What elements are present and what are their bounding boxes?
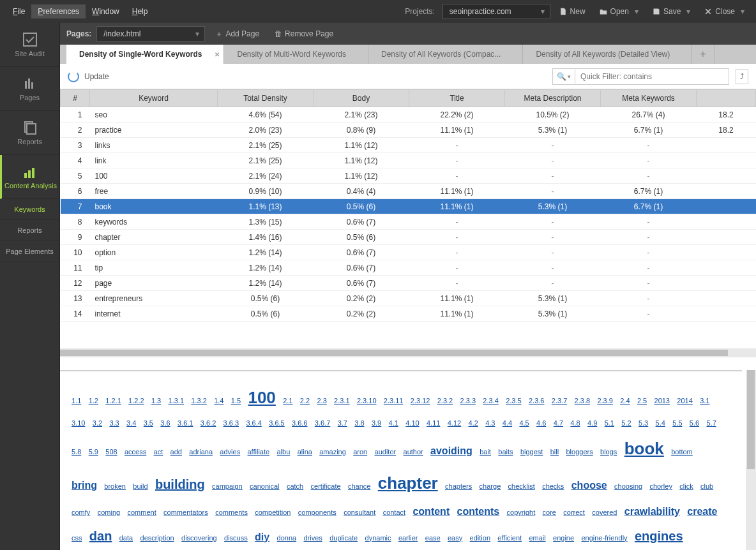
menu-preferences[interactable]: Preferences: [31, 4, 86, 19]
cloud-word[interactable]: content: [412, 501, 450, 523]
table-row[interactable]: 51002.1% (24)1.1% (12)---: [61, 168, 756, 184]
cloud-word[interactable]: engine-friendly: [581, 531, 627, 546]
table-row[interactable]: 11tip1.2% (14)0.6% (7)---: [61, 260, 756, 276]
cloud-word[interactable]: 3.9: [372, 416, 381, 431]
cloud-word[interactable]: comfy: [72, 505, 90, 520]
remove-page-button[interactable]: 🗑Remove Page: [269, 27, 338, 41]
cloud-word[interactable]: adriana: [189, 445, 213, 459]
cloud-word[interactable]: checklist: [508, 479, 535, 494]
cloud-word[interactable]: auditor: [375, 445, 397, 459]
cloud-word[interactable]: 4.11: [427, 416, 440, 431]
cloud-word[interactable]: 3.6.4: [246, 416, 261, 431]
cloud-word[interactable]: earlier: [398, 531, 418, 546]
cloud-word[interactable]: 1.2: [89, 394, 98, 408]
menu-help[interactable]: Help: [126, 4, 155, 19]
col-keyword[interactable]: Keyword: [90, 90, 218, 107]
cloud-word[interactable]: engines: [635, 523, 683, 549]
cloud-word[interactable]: 4.2: [469, 416, 478, 431]
cloud-word[interactable]: ease: [425, 531, 441, 546]
col-total-density[interactable]: Total Density: [218, 90, 314, 107]
cloud-word[interactable]: book: [624, 431, 664, 466]
cloud-word[interactable]: 4.12: [448, 416, 461, 431]
cloud-word[interactable]: 3.1: [700, 394, 709, 408]
cloud-word[interactable]: campaign: [212, 479, 243, 494]
tab-close-icon[interactable]: ✕: [215, 51, 220, 58]
quick-filter-input[interactable]: [575, 69, 729, 84]
cloud-word[interactable]: crawlability: [624, 501, 680, 523]
table-row[interactable]: 14internet0.5% (6)0.2% (2)11.1% (1)5.3% …: [61, 306, 756, 322]
cloud-word[interactable]: dynamic: [365, 531, 391, 546]
cloud-word[interactable]: 508: [105, 445, 117, 459]
cloud-word[interactable]: alina: [298, 445, 312, 459]
col-body[interactable]: Body: [314, 90, 409, 107]
cloud-word[interactable]: 2.3.7: [552, 394, 567, 408]
cloud-word[interactable]: covered: [592, 505, 617, 520]
cloud-word[interactable]: 2.3.2: [437, 394, 453, 408]
close-button[interactable]: Close▾: [699, 4, 750, 19]
cloud-word[interactable]: 1.2.1: [105, 394, 121, 408]
h-scroll-thumb[interactable]: [60, 350, 728, 356]
cloud-word[interactable]: dan: [89, 523, 112, 549]
cloud-word[interactable]: 5.6: [690, 416, 699, 431]
cloud-word[interactable]: 3.6.5: [269, 416, 284, 431]
cloud-word[interactable]: bottom: [671, 445, 693, 459]
col-title[interactable]: Title: [409, 90, 505, 107]
cloud-word[interactable]: 100: [248, 380, 275, 415]
cloud-word[interactable]: 2.3.11: [384, 394, 404, 408]
filter-mode-button[interactable]: 🔍▾: [553, 70, 575, 84]
h-scrollbar[interactable]: [60, 348, 756, 357]
cloud-word[interactable]: contact: [383, 505, 405, 520]
cloud-word[interactable]: duplicate: [329, 531, 358, 546]
cloud-word[interactable]: 3.6.6: [292, 416, 307, 431]
cloud-word[interactable]: 5.5: [672, 416, 682, 431]
cloud-word[interactable]: coming: [98, 505, 120, 520]
cloud-word[interactable]: broken: [104, 479, 126, 494]
cloud-word[interactable]: charge: [480, 479, 501, 494]
sidebar-site-audit[interactable]: Site Audit: [0, 23, 59, 67]
col-num[interactable]: #: [61, 90, 90, 107]
cloud-word[interactable]: 4.10: [405, 416, 419, 431]
new-button[interactable]: New: [554, 4, 591, 19]
cloud-word[interactable]: donna: [277, 531, 297, 546]
table-row[interactable]: 12page1.2% (14)0.6% (7)---: [61, 276, 756, 291]
cloud-word[interactable]: engine: [553, 531, 574, 546]
cloud-word[interactable]: commentators: [163, 505, 208, 520]
table-row[interactable]: 3links2.1% (25)1.1% (12)---: [61, 138, 756, 153]
cloud-word[interactable]: 3.4: [126, 416, 136, 431]
cloud-word[interactable]: data: [119, 531, 133, 546]
table-row[interactable]: 2practice2.0% (23)0.8% (9)11.1% (1)5.3% …: [61, 123, 756, 138]
subnav-page-elements[interactable]: Page Elements: [0, 241, 59, 262]
cloud-word[interactable]: 2.3.6: [529, 394, 544, 408]
sidebar-reports[interactable]: Reports: [0, 111, 59, 155]
cloud-word[interactable]: click: [679, 479, 693, 494]
cloud-word[interactable]: 5.3: [639, 416, 648, 431]
cloud-word[interactable]: add: [170, 445, 182, 459]
cloud-word[interactable]: club: [700, 479, 713, 494]
sidebar-content-analysis[interactable]: Content Analysis: [0, 155, 59, 199]
table-row[interactable]: 1seo4.6% (54)2.1% (23)22.2% (2)10.5% (2)…: [61, 107, 756, 123]
subnav-reports[interactable]: Reports: [0, 220, 59, 241]
cloud-word[interactable]: 3.6: [160, 416, 170, 431]
col-extra[interactable]: [697, 90, 756, 107]
cloud-word[interactable]: 2013: [654, 394, 670, 408]
cloud-word[interactable]: edition: [470, 531, 490, 546]
cloud-word[interactable]: 1.1: [72, 394, 81, 408]
cloud-word[interactable]: 4.4: [503, 416, 512, 431]
cloud-word[interactable]: bait: [480, 445, 491, 459]
cloud-word[interactable]: 5.9: [89, 445, 98, 459]
cloud-word[interactable]: 3.8: [354, 416, 364, 431]
cloud-word[interactable]: affiliate: [248, 445, 270, 459]
cloud-word[interactable]: drives: [303, 531, 322, 546]
cloud-word[interactable]: 2.3.12: [411, 394, 430, 408]
cloud-word[interactable]: contents: [457, 501, 500, 523]
cloud-word[interactable]: 3.6.3: [223, 416, 239, 431]
cloud-word[interactable]: 2.3.4: [483, 394, 498, 408]
table-row[interactable]: 6free0.9% (10)0.4% (4)11.1% (1)-6.7% (1): [61, 184, 756, 199]
cloud-word[interactable]: 3.2: [93, 416, 102, 431]
cloud-word[interactable]: bloggers: [566, 445, 593, 459]
cloud-word[interactable]: 1.3.1: [169, 394, 184, 408]
cloud-word[interactable]: 2.3.3: [460, 394, 476, 408]
table-row[interactable]: 13entrepreneurs0.5% (6)0.2% (2)11.1% (1)…: [61, 291, 756, 306]
cloud-word[interactable]: 3.6.1: [178, 416, 193, 431]
cloud-word[interactable]: email: [529, 531, 545, 546]
